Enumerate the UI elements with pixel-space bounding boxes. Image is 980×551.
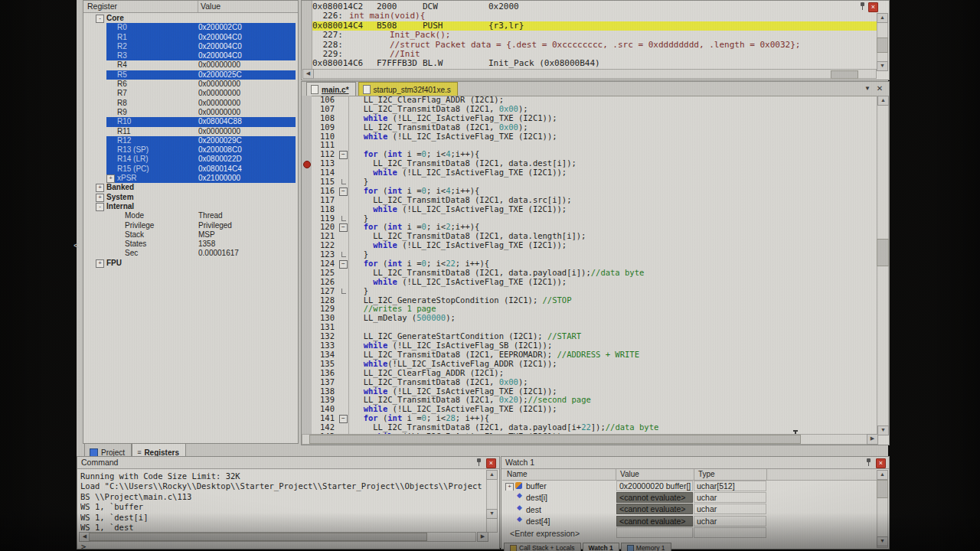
tab-watch-1[interactable]: Watch 1	[583, 543, 619, 551]
code-line[interactable]: 136 LL_I2C_ClearFlag_ADDR (I2C1);	[302, 369, 877, 378]
watch-value[interactable]	[616, 527, 693, 538]
breakpoint-margin[interactable]	[302, 105, 312, 114]
fold-margin[interactable]	[338, 132, 349, 142]
register-row[interactable]: R60x00000000	[83, 80, 298, 89]
watch-value[interactable]: 0x20000020 buffer[] ""	[616, 481, 693, 491]
fold-margin[interactable]	[338, 296, 349, 305]
register-row[interactable]: R70x00000000	[83, 89, 298, 98]
register-row[interactable]: -Internal	[83, 202, 298, 211]
breakpoint-margin[interactable]	[302, 205, 312, 214]
watch-name[interactable]: +buffer	[502, 481, 616, 491]
register-row[interactable]: PrivilegePrivileged	[83, 221, 298, 230]
expander-icon[interactable]: +	[96, 184, 104, 192]
breakpoint-margin[interactable]	[302, 178, 312, 187]
breakpoint-margin[interactable]	[302, 296, 312, 305]
fold-margin[interactable]: −	[338, 223, 349, 232]
fold-collapse-icon[interactable]: −	[339, 151, 348, 159]
fold-margin[interactable]	[338, 214, 349, 223]
fold-margin[interactable]	[338, 123, 349, 132]
register-row[interactable]: R10x200004C0	[83, 33, 298, 42]
close-icon[interactable]: ✕	[875, 84, 884, 93]
scroll-left-icon[interactable]: ◀	[302, 69, 314, 79]
breakpoint-margin[interactable]	[302, 287, 312, 296]
fold-margin[interactable]	[338, 178, 349, 187]
disassembly-margin[interactable]	[302, 1, 312, 70]
breakpoint-margin[interactable]	[302, 114, 312, 123]
scroll-down-icon[interactable]: ▼	[877, 536, 888, 546]
pin-icon[interactable]	[866, 458, 872, 467]
register-row[interactable]: R120x2000029C	[83, 136, 298, 145]
register-row[interactable]: R30x200004C0	[83, 51, 298, 60]
disasm-hscroll-thumb[interactable]	[831, 70, 858, 79]
register-row[interactable]: StackMSP	[83, 230, 298, 240]
breakpoint-margin[interactable]	[302, 378, 312, 387]
tab-call-stack-locals[interactable]: Call Stack + Locals	[504, 543, 581, 551]
disasm-hscrollbar[interactable]	[302, 69, 877, 79]
fold-margin[interactable]	[338, 332, 349, 341]
register-row[interactable]: R00x200002C0	[83, 23, 298, 32]
watch-value[interactable]: <cannot evaluate>	[616, 516, 693, 527]
watch-name[interactable]: ◆dest[4]	[502, 517, 616, 526]
fold-margin[interactable]	[338, 341, 349, 350]
fold-margin[interactable]	[338, 314, 349, 323]
breakpoint-margin[interactable]	[302, 187, 312, 196]
scroll-down-icon[interactable]: ▼	[486, 509, 498, 519]
breakpoint-margin[interactable]	[302, 150, 312, 159]
breakpoint-margin[interactable]	[302, 241, 312, 250]
scroll-up-icon[interactable]: ▲	[877, 470, 888, 480]
tab-memory-1[interactable]: Memory 1	[621, 543, 671, 551]
register-row[interactable]: R14 (LR)0x0800022D	[83, 155, 298, 164]
breakpoint-margin[interactable]	[302, 123, 312, 132]
breakpoint-margin[interactable]	[302, 232, 312, 241]
watch-value[interactable]: <cannot evaluate>	[616, 492, 693, 503]
code-line[interactable]: 107 LL_I2C_TransmitData8 (I2C1, 0x00);	[302, 105, 877, 114]
breakpoint-margin[interactable]	[302, 96, 312, 105]
code-line[interactable]: 110 while (!LL_I2C_IsActiveFlag_TXE (I2C…	[302, 132, 877, 142]
breakpoint-margin[interactable]	[302, 405, 312, 414]
scroll-right-icon[interactable]: ▶	[477, 532, 488, 542]
fold-margin[interactable]	[338, 250, 349, 259]
breakpoint-margin[interactable]	[302, 341, 312, 350]
editor-vscroll-thumb[interactable]	[877, 239, 889, 266]
column-divider[interactable]	[198, 1, 198, 12]
register-row[interactable]: R90x00000000	[83, 108, 298, 117]
fold-margin[interactable]	[338, 305, 349, 314]
fold-margin[interactable]	[338, 378, 349, 387]
code-line[interactable]: 135 while(!LL_I2C_IsActiveFlag_ADDR (I2C…	[302, 360, 877, 369]
disassembly-line[interactable]: 0x080014C6F7FFFB3DBL.WInit_Pack (0x08000…	[312, 59, 877, 68]
fold-margin[interactable]	[338, 141, 349, 150]
breakpoint-margin[interactable]	[302, 305, 312, 314]
breakpoint-margin[interactable]	[302, 196, 312, 205]
breakpoint-margin[interactable]	[302, 132, 312, 142]
watch-name[interactable]: ◆dest[i]	[502, 493, 616, 502]
fold-margin[interactable]	[338, 278, 349, 287]
register-row[interactable]: Sec0.00001617	[83, 249, 298, 258]
code-line[interactable]: 122 while (!LL_I2C_IsActiveFlag_TXE (I2C…	[302, 241, 877, 250]
watch-row[interactable]: <Enter expression>	[502, 527, 877, 539]
code-line[interactable]: 116− for (int i =0; i<4;i++){	[302, 187, 877, 196]
register-row[interactable]: R50x2000025C	[83, 70, 298, 80]
fold-margin[interactable]	[338, 396, 349, 405]
fold-margin[interactable]	[338, 232, 349, 241]
fold-margin[interactable]	[338, 287, 349, 296]
watch-row[interactable]: ◆dest[4]<cannot evaluate>uchar	[502, 515, 877, 527]
register-row[interactable]: +Banked	[83, 183, 298, 192]
watch-row[interactable]: ◆dest<cannot evaluate>uchar	[502, 504, 877, 515]
fold-margin[interactable]	[338, 105, 349, 114]
editor-hscroll-thumb[interactable]	[309, 435, 801, 444]
register-row[interactable]: ModeThread	[83, 211, 298, 220]
command-output[interactable]: Running with Code Size Limit: 32KLoad "C…	[80, 471, 485, 538]
fold-margin[interactable]	[338, 423, 349, 432]
breakpoint-margin[interactable]	[302, 396, 312, 405]
breakpoint-margin[interactable]	[302, 314, 312, 323]
fold-margin[interactable]	[338, 114, 349, 123]
fold-margin[interactable]	[338, 387, 349, 396]
pin-icon[interactable]	[860, 2, 866, 11]
watch-value[interactable]: <cannot evaluate>	[616, 504, 693, 514]
fold-margin[interactable]	[338, 205, 349, 214]
fold-margin[interactable]	[338, 405, 349, 414]
breakpoint-margin[interactable]	[302, 214, 312, 223]
register-row[interactable]: R13 (SP)0x200008C0	[83, 145, 298, 155]
watch-name[interactable]: ◆dest	[502, 505, 616, 514]
breakpoint-margin[interactable]	[302, 350, 312, 360]
